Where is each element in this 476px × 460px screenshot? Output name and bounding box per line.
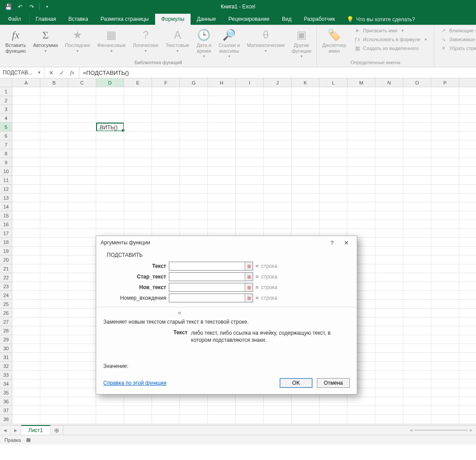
row-header[interactable]: 7 — [0, 140, 12, 149]
column-header[interactable]: D — [96, 78, 124, 87]
column-header[interactable]: B — [40, 78, 68, 87]
row-header[interactable]: 38 — [0, 415, 12, 424]
row-header[interactable]: 14 — [0, 202, 12, 211]
row-header[interactable]: 8 — [0, 149, 12, 158]
row-header[interactable]: 22 — [0, 273, 12, 282]
spreadsheet-grid[interactable]: ABCDEFGHIJKLMNOP 12345678910111213141516… — [0, 78, 476, 425]
row-header[interactable]: 21 — [0, 264, 12, 273]
lookup-button[interactable]: 🔎 Ссылки имассивы ▼ — [216, 26, 242, 59]
range-picker-icon[interactable]: ⊞ — [245, 283, 253, 291]
row-header[interactable]: 13 — [0, 193, 12, 202]
row-header[interactable]: 5 — [0, 123, 12, 131]
column-header[interactable]: C — [68, 78, 96, 87]
function-help-link[interactable]: Справка по этой функции — [103, 380, 167, 386]
tab-developer[interactable]: Разработчик — [298, 14, 341, 25]
column-header[interactable]: G — [180, 78, 208, 87]
dialog-titlebar[interactable]: Аргументы функции ? ✕ — [96, 236, 357, 249]
name-box[interactable]: ПОДСТАВ... ▼ — [0, 67, 44, 78]
column-header[interactable]: H — [208, 78, 236, 87]
define-name-button[interactable]: ➤Присвоить имя▼ — [352, 27, 429, 35]
math-button[interactable]: θ Математические ▼ — [244, 26, 287, 59]
row-header[interactable]: 37 — [0, 406, 12, 415]
argument-input[interactable] — [169, 262, 253, 271]
enter-formula-icon[interactable]: ✓ — [57, 68, 66, 77]
formula-input[interactable]: =ПОДСТАВИТЬ() — [79, 67, 476, 78]
column-header[interactable]: M — [347, 78, 375, 87]
column-header[interactable]: F — [152, 78, 180, 87]
column-header[interactable]: N — [375, 78, 403, 87]
row-header[interactable]: 6 — [0, 131, 12, 140]
recent-functions-button[interactable]: ★ Последние ▼ — [62, 26, 93, 59]
tab-pagelayout[interactable]: Разметка страницы — [94, 14, 155, 25]
help-icon[interactable]: ? — [326, 238, 338, 247]
range-picker-icon[interactable]: ⊞ — [245, 294, 253, 302]
column-header[interactable]: L — [320, 78, 347, 87]
tab-data[interactable]: Данные — [191, 14, 222, 25]
column-header[interactable]: A — [12, 78, 40, 87]
active-cell[interactable]: ,ВИТЬ() — [96, 123, 124, 131]
fx-icon[interactable]: fx — [67, 68, 77, 77]
qat-customize-icon[interactable]: ▾ — [42, 2, 52, 12]
datetime-button[interactable]: 🕒 Дата ивремя ▼ — [194, 26, 214, 59]
cancel-button[interactable]: Отмена — [317, 378, 350, 388]
row-header[interactable]: 31 — [0, 353, 12, 362]
close-icon[interactable]: ✕ — [340, 238, 352, 247]
tab-home[interactable]: Главная — [30, 14, 62, 25]
tab-view[interactable]: Вид — [276, 14, 298, 25]
cancel-formula-icon[interactable]: ✕ — [46, 68, 56, 77]
ok-button[interactable]: OK — [280, 378, 312, 388]
undo-icon[interactable]: ↶ — [15, 2, 25, 12]
column-header[interactable]: E — [124, 78, 152, 87]
row-header[interactable]: 32 — [0, 362, 12, 371]
range-picker-icon[interactable]: ⊞ — [245, 262, 253, 270]
row-header[interactable]: 18 — [0, 238, 12, 247]
tab-review[interactable]: Рецензирование — [222, 14, 276, 25]
row-header[interactable]: 4 — [0, 114, 12, 123]
name-manager-button[interactable]: 🏷️ Диспетчеримен — [320, 26, 349, 59]
row-header[interactable]: 23 — [0, 282, 12, 291]
remove-arrows-button[interactable]: ✕Убрать стрелки▼ — [439, 44, 476, 52]
row-header[interactable]: 1 — [0, 87, 12, 96]
save-icon[interactable]: 💾 — [4, 2, 13, 12]
row-header[interactable]: 11 — [0, 176, 12, 185]
column-header[interactable]: P — [431, 78, 459, 87]
autosum-button[interactable]: Σ Автосумма ▼ — [31, 26, 61, 59]
tell-me-search[interactable]: 💡 Что вы хотите сделать? — [347, 16, 415, 25]
macro-record-icon[interactable]: ▦ — [26, 437, 31, 443]
financial-button[interactable]: ▦ Финансовые ▼ — [94, 26, 128, 59]
tab-file[interactable]: Файл — [0, 14, 30, 25]
row-header[interactable]: 29 — [0, 335, 12, 344]
sheet-tab-active[interactable]: Лист1 — [21, 425, 51, 435]
tab-insert[interactable]: Вставка — [62, 14, 94, 25]
row-header[interactable]: 15 — [0, 211, 12, 220]
argument-input[interactable] — [169, 272, 253, 281]
argument-input[interactable] — [169, 283, 253, 292]
logical-button[interactable]: ? Логические ▼ — [130, 26, 161, 59]
argument-input[interactable] — [169, 294, 253, 302]
row-header[interactable]: 17 — [0, 229, 12, 238]
select-all-corner[interactable] — [0, 78, 12, 87]
row-header[interactable]: 36 — [0, 397, 12, 406]
text-button[interactable]: A Текстовые ▼ — [163, 26, 192, 59]
column-header[interactable]: O — [403, 78, 431, 87]
row-header[interactable]: 34 — [0, 379, 12, 388]
column-header[interactable]: K — [292, 78, 320, 87]
row-header[interactable]: 33 — [0, 371, 12, 379]
row-header[interactable]: 3 — [0, 105, 12, 114]
row-header[interactable]: 19 — [0, 247, 12, 255]
row-header[interactable]: 24 — [0, 291, 12, 300]
trace-precedents-button[interactable]: ↗Влияющие ячейки — [439, 27, 476, 35]
range-picker-icon[interactable]: ⊞ — [245, 273, 253, 281]
column-header[interactable]: I — [236, 78, 264, 87]
row-header[interactable]: 25 — [0, 300, 12, 309]
row-header[interactable]: 16 — [0, 220, 12, 229]
sheet-nav-prev[interactable]: ◄ — [0, 425, 11, 435]
tab-formulas[interactable]: Формулы — [155, 14, 191, 25]
new-sheet-button[interactable]: ⊕ — [51, 425, 63, 435]
row-header[interactable]: 28 — [0, 326, 12, 335]
use-in-formula-button[interactable]: ƒxИспользовать в формуле▼ — [352, 35, 429, 43]
insert-function-button[interactable]: fx Вставитьфункцию — [3, 26, 29, 59]
row-header[interactable]: 30 — [0, 344, 12, 353]
create-from-selection-button[interactable]: ▦Создать из выделенного — [352, 44, 429, 52]
sheet-nav-next[interactable]: ► — [11, 425, 21, 435]
